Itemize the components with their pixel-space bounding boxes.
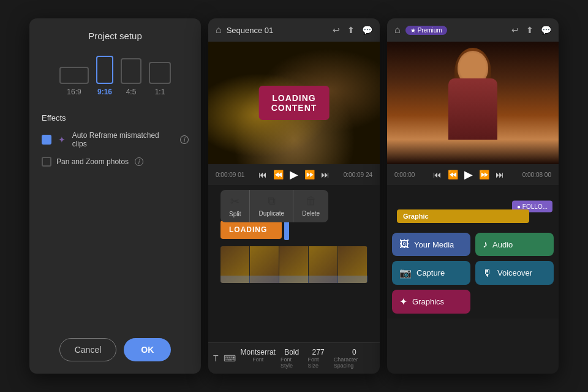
split-action[interactable]: ✂ Split — [221, 190, 250, 222]
pan-zoom-checkbox[interactable] — [42, 157, 51, 167]
clips-area: ● FOLLO... Graphic — [387, 185, 559, 228]
media-step-forward-icon[interactable]: ⏩ — [479, 170, 489, 179]
ar-9-16[interactable]: 9:16 — [96, 56, 113, 96]
follow-button-text: ● FOLLO... — [517, 203, 548, 210]
your-media-icon: 🖼 — [399, 239, 409, 250]
font-style-value: Bold — [284, 348, 299, 356]
project-setup-title: Project setup — [88, 31, 142, 41]
duplicate-icon: ⧉ — [268, 195, 276, 208]
media-duration: 0:00:08 00 — [522, 172, 551, 178]
media-playback-controls: ⏮ ⏪ ▶ ⏩ ⏭ — [433, 168, 504, 181]
auto-reframe-checkbox[interactable] — [42, 135, 51, 145]
undo-icon[interactable]: ↩ — [333, 25, 340, 35]
media-home-icon[interactable]: ⌂ — [394, 24, 401, 36]
media-header: ⌂ ★ Premium ↩ ⬆ 💬 — [387, 18, 559, 42]
media-share-icon[interactable]: ⬆ — [526, 25, 533, 35]
ar-4-5[interactable]: 4:5 — [121, 58, 141, 96]
graphic-clip[interactable]: Graphic — [397, 209, 529, 223]
graphic-clip-container: Graphic — [392, 209, 534, 223]
ar-9-16-label: 9:16 — [97, 88, 112, 96]
ar-9-16-box — [96, 56, 113, 84]
audio-button[interactable]: ♪ Audio — [475, 233, 554, 256]
premium-badge: ★ Premium — [405, 26, 447, 35]
voiceover-button[interactable]: 🎙 Voiceover — [475, 261, 554, 285]
effect-pan-zoom[interactable]: Pan and Zoom photos i — [42, 157, 189, 167]
skip-forward-icon[interactable]: ⏭ — [321, 170, 330, 179]
aspect-ratio-selector: 16:9 9:16 4:5 1:1 — [59, 56, 171, 96]
video-preview: LOADINGCONTENT — [208, 42, 380, 164]
play-icon[interactable]: ▶ — [290, 168, 298, 181]
voiceover-label: Voiceover — [497, 268, 532, 277]
editor-header-left: ⌂ Sequence 01 — [216, 24, 273, 36]
media-step-back-icon[interactable]: ⏪ — [448, 170, 458, 179]
ar-16-9-box — [59, 67, 89, 84]
char-spacing-label: Character Spacing — [334, 356, 375, 369]
timeline-controls: 0:00:09 01 ⏮ ⏪ ▶ ⏩ ⏭ 0:00:09 24 — [208, 164, 380, 185]
ok-button[interactable]: OK — [124, 338, 171, 361]
delete-action[interactable]: 🗑 Delete — [293, 190, 328, 222]
media-skip-forward-icon[interactable]: ⏭ — [496, 170, 504, 179]
media-skip-back-icon[interactable]: ⏮ — [433, 170, 442, 179]
ar-16-9[interactable]: 16:9 — [59, 67, 89, 96]
auto-reframe-info-icon[interactable]: i — [180, 135, 189, 144]
pan-zoom-info-icon[interactable]: i — [135, 157, 143, 166]
filmstrip — [221, 246, 368, 283]
font-size-field: 277 Font Size — [307, 348, 328, 369]
your-media-label: Your Media — [414, 240, 454, 249]
step-forward-icon[interactable]: ⏩ — [304, 170, 315, 179]
graphics-label: Graphics — [412, 297, 444, 306]
text-tool-icon[interactable]: T — [213, 353, 219, 363]
font-name-field: Montserrat Font — [241, 348, 276, 369]
share-icon[interactable]: ⬆ — [347, 25, 355, 35]
capture-label: Capture — [417, 268, 445, 277]
loading-clip[interactable]: LOADING — [221, 221, 282, 239]
media-comment-icon[interactable]: 💬 — [541, 25, 551, 35]
total-time: 0:00:09 24 — [344, 172, 372, 178]
media-current-time: 0:00:00 — [394, 172, 415, 178]
comment-icon[interactable]: 💬 — [362, 25, 372, 35]
loading-clip-label: LOADING — [229, 225, 267, 234]
capture-button[interactable]: 📷 Capture — [392, 261, 470, 285]
current-time: 0:00:09 01 — [216, 172, 244, 178]
media-undo-icon[interactable]: ↩ — [511, 25, 519, 35]
font-size-value: 277 — [312, 348, 325, 356]
step-back-icon[interactable]: ⏪ — [273, 170, 284, 179]
char-spacing-field: 0 Character Spacing — [334, 348, 375, 369]
project-setup-buttons: Cancel OK — [42, 338, 189, 361]
pan-zoom-label: Pan and Zoom photos — [56, 157, 129, 166]
ar-1-1[interactable]: 1:1 — [149, 62, 171, 96]
split-label: Split — [229, 211, 241, 217]
font-size-label: Font Size — [307, 356, 328, 369]
effects-title: Effects — [42, 113, 189, 123]
char-spacing-value: 0 — [352, 348, 356, 356]
editor-header: ⌂ Sequence 01 ↩ ⬆ 💬 — [208, 18, 380, 42]
media-timeline-controls: 0:00:00 ⏮ ⏪ ▶ ⏩ ⏭ 0:00:08 00 — [387, 164, 559, 185]
playback-controls: ⏮ ⏪ ▶ ⏩ ⏭ — [258, 168, 330, 181]
your-media-button[interactable]: 🖼 Your Media — [392, 233, 470, 256]
portrait-video — [387, 42, 559, 164]
video-editor-panel: ⌂ Sequence 01 ↩ ⬆ 💬 LOADINGCONTENT 0:00:… — [208, 18, 380, 374]
bottom-toolbar: T ⌨ Montserrat Font Bold Font Style 277 … — [208, 342, 380, 374]
skip-back-icon[interactable]: ⏮ — [258, 170, 267, 179]
media-play-icon[interactable]: ▶ — [464, 168, 473, 181]
home-icon[interactable]: ⌂ — [216, 24, 222, 36]
ar-1-1-label: 1:1 — [155, 88, 165, 96]
keyboard-icon[interactable]: ⌨ — [224, 353, 236, 363]
duplicate-action[interactable]: ⧉ Duplicate — [250, 190, 293, 222]
clip-indicator — [284, 221, 289, 240]
media-panel: ⌂ ★ Premium ↩ ⬆ 💬 0:00: — [387, 18, 559, 374]
graphic-clip-label: Graphic — [403, 213, 429, 220]
media-video-preview — [387, 42, 559, 164]
effect-auto-reframe[interactable]: ✦ Auto Reframe mismatched clips i — [42, 131, 189, 148]
font-info: Montserrat Font Bold Font Style 277 Font… — [241, 348, 375, 369]
filmstrip-selection — [221, 276, 368, 283]
media-header-right: ↩ ⬆ 💬 — [511, 25, 551, 35]
ar-4-5-label: 4:5 — [126, 88, 137, 96]
timeline-area: ✂ Split ⧉ Duplicate 🗑 Delete LOADING — [208, 185, 380, 342]
audio-icon: ♪ — [483, 239, 488, 250]
cancel-button[interactable]: Cancel — [59, 338, 117, 361]
auto-reframe-label: Auto Reframe mismatched clips — [72, 131, 175, 148]
graphics-button[interactable]: ✦ Graphics — [392, 290, 470, 314]
portrait-body — [448, 78, 497, 140]
premium-star-icon: ★ — [410, 27, 416, 34]
